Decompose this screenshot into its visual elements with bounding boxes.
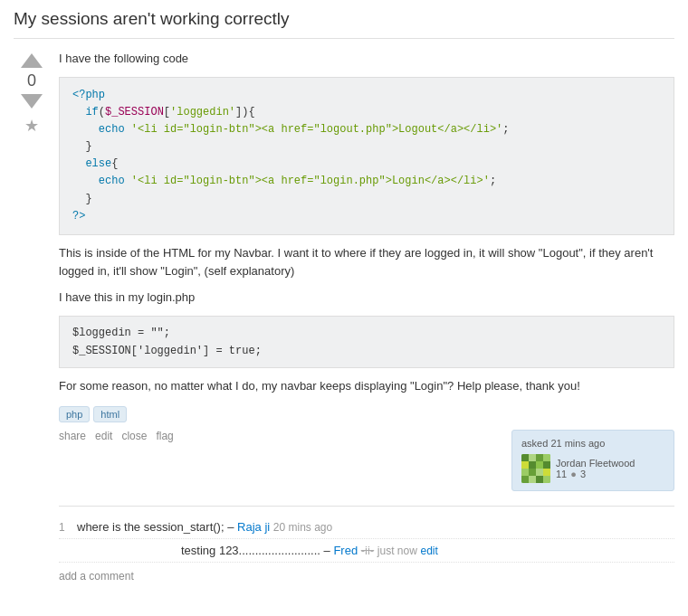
svg-rect-7 bbox=[536, 461, 543, 469]
comment-time-2: just now bbox=[377, 545, 417, 557]
favorite-star-icon[interactable]: ★ bbox=[24, 116, 39, 136]
edit-link[interactable]: edit bbox=[95, 430, 112, 442]
username-link[interactable]: Jordan Fleetwood bbox=[556, 458, 635, 469]
question-text-3: I have this in my login.php bbox=[59, 289, 674, 307]
svg-rect-11 bbox=[536, 469, 543, 476]
rep-badge: 3 bbox=[580, 469, 586, 479]
user-avatar bbox=[521, 454, 550, 483]
avatar-image bbox=[521, 454, 550, 483]
bottom-row: share edit close flag asked 21 mins ago bbox=[59, 430, 674, 491]
question-title: My sessions aren't working correctly bbox=[14, 9, 674, 39]
comment-text-2: testing 123......................... – F… bbox=[181, 544, 674, 557]
svg-rect-13 bbox=[521, 476, 529, 483]
action-links: share edit close flag bbox=[59, 430, 174, 442]
divider bbox=[59, 506, 674, 507]
svg-rect-15 bbox=[536, 476, 543, 483]
vote-count: 0 bbox=[27, 71, 36, 90]
comment-time-1: 20 mins ago bbox=[273, 521, 332, 534]
comment-sep-2: – bbox=[324, 544, 334, 557]
meta-box: asked 21 mins ago bbox=[511, 430, 674, 491]
svg-rect-12 bbox=[543, 469, 550, 476]
comment-user-1[interactable]: Raja ji bbox=[237, 520, 270, 534]
add-comment-link[interactable]: add a comment bbox=[59, 570, 674, 583]
svg-rect-8 bbox=[543, 461, 550, 469]
question-text-1: I have the following code bbox=[59, 50, 674, 68]
comment-text-1: where is the session_start(); – Raja ji … bbox=[77, 520, 674, 534]
page-container: My sessions aren't working correctly 0 ★… bbox=[0, 0, 688, 592]
code-block-2: $loggedin = ""; $_SESSION['loggedin'] = … bbox=[59, 316, 674, 369]
question-content: I have the following code <?php if($_SES… bbox=[59, 50, 674, 583]
comment-body-2: testing 123......................... bbox=[181, 544, 320, 557]
vote-panel: 0 ★ bbox=[14, 50, 50, 583]
svg-rect-14 bbox=[529, 476, 536, 483]
question-text-2: This is inside of the HTML for my Navbar… bbox=[59, 244, 674, 280]
flag-link[interactable]: flag bbox=[156, 430, 173, 442]
user-details: Jordan Fleetwood 11 ● 3 bbox=[556, 458, 635, 479]
user-card: Jordan Fleetwood 11 ● 3 bbox=[521, 454, 664, 483]
comment-sep-1: – bbox=[227, 520, 237, 534]
comment-body-1: where is the session_start(); bbox=[77, 520, 225, 534]
comment-edit-link-2[interactable]: edit bbox=[420, 545, 437, 557]
svg-rect-9 bbox=[521, 469, 529, 476]
svg-rect-3 bbox=[536, 454, 543, 461]
question-text-4: For some reason, no matter what I do, my… bbox=[59, 377, 674, 395]
share-link[interactable]: share bbox=[59, 430, 86, 442]
question-body: 0 ★ I have the following code <?php if($… bbox=[14, 50, 674, 583]
close-link[interactable]: close bbox=[121, 430, 147, 442]
comment-vote-1[interactable]: 1 bbox=[59, 521, 72, 534]
svg-rect-5 bbox=[521, 461, 529, 469]
vote-up-button[interactable] bbox=[21, 53, 43, 68]
asked-label: asked 21 mins ago bbox=[521, 438, 664, 449]
svg-rect-10 bbox=[529, 469, 536, 476]
svg-rect-6 bbox=[529, 461, 536, 469]
tag-php[interactable]: php bbox=[59, 406, 90, 422]
comment-user-tag: -ii- bbox=[361, 544, 374, 557]
code-block-1: <?php if($_SESSION['loggedin']){ echo '<… bbox=[59, 77, 674, 236]
comment-user-2[interactable]: Fred bbox=[333, 544, 358, 557]
comment-row: 1 where is the session_start(); – Raja j… bbox=[59, 516, 674, 539]
user-rep: 11 ● 3 bbox=[556, 469, 635, 479]
svg-rect-16 bbox=[543, 476, 550, 483]
svg-rect-1 bbox=[521, 454, 529, 461]
vote-down-button[interactable] bbox=[21, 94, 43, 109]
rep-dot: ● bbox=[570, 469, 577, 479]
svg-rect-2 bbox=[529, 454, 536, 461]
comment-row-2: testing 123......................... – F… bbox=[59, 539, 674, 563]
svg-rect-4 bbox=[543, 454, 550, 461]
tags-row: php html bbox=[59, 406, 674, 422]
tag-html[interactable]: html bbox=[93, 406, 127, 422]
comments-section: 1 where is the session_start(); – Raja j… bbox=[59, 516, 674, 583]
rep-score: 11 bbox=[556, 469, 567, 479]
